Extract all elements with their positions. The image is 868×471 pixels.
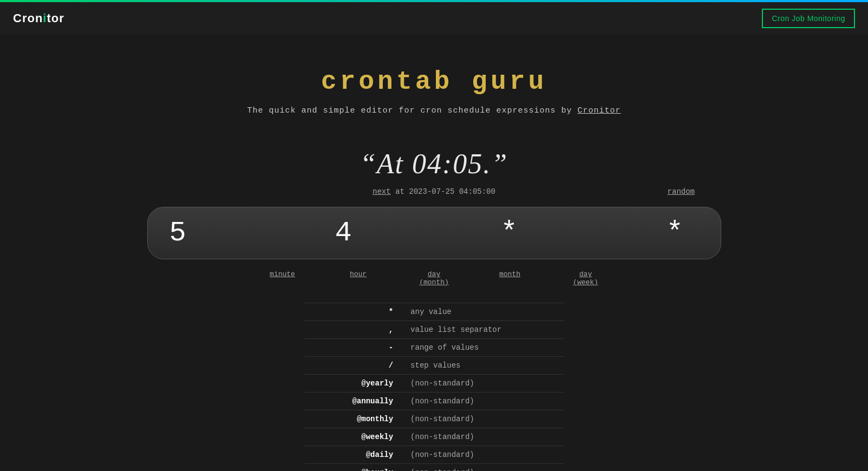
field-label-minute[interactable]: minute [245, 270, 321, 286]
page-title: crontab guru [321, 67, 547, 96]
reference-description: any value [404, 303, 564, 321]
header: Cronitor Cron Job Monitoring [0, 2, 868, 35]
field-labels: minute hour day (month) month day (week) [147, 270, 721, 286]
cron-input[interactable] [169, 217, 699, 249]
random-link[interactable]: random [668, 187, 695, 196]
main-content: crontab guru The quick and simple editor… [0, 35, 868, 471]
reference-symbol: * [304, 303, 404, 321]
reference-symbol: @hourly [304, 464, 404, 472]
next-link[interactable]: next [373, 187, 391, 196]
cron-job-monitoring-button[interactable]: Cron Job Monitoring [762, 9, 855, 28]
reference-symbol: , [304, 321, 404, 339]
expression-result: “At 04:05.” [360, 148, 508, 180]
field-label-hour-text: hour [350, 270, 367, 278]
reference-symbol: @weekly [304, 428, 404, 446]
field-label-day-week[interactable]: day (week) [548, 270, 624, 286]
next-time: at 2023-07-25 04:05:00 [395, 187, 495, 196]
field-label-day-week-text: day [579, 270, 592, 278]
subtitle: The quick and simple editor for cron sch… [247, 106, 621, 115]
reference-row: @hourly(non-standard) [304, 464, 564, 472]
cron-input-container [147, 207, 721, 259]
field-label-hour[interactable]: hour [321, 270, 396, 286]
field-label-month-text: month [499, 270, 520, 278]
reference-row: @annually(non-standard) [304, 392, 564, 410]
reference-description: (non-standard) [404, 446, 564, 464]
reference-symbol: - [304, 339, 404, 357]
reference-symbol: @yearly [304, 375, 404, 392]
reference-row: @yearly(non-standard) [304, 375, 564, 392]
logo: Cronitor [13, 11, 64, 25]
next-execution: next at 2023-07-25 04:05:00 [373, 187, 495, 196]
reference-symbol: @daily [304, 446, 404, 464]
reference-description: (non-standard) [404, 410, 564, 428]
reference-symbol: @annually [304, 392, 404, 410]
field-label-day-sub: (month) [396, 278, 472, 286]
field-label-minute-text: minute [270, 270, 295, 278]
logo-accent: i [43, 11, 47, 25]
reference-row: *any value [304, 303, 564, 321]
subtitle-cronitor-link[interactable]: Cronitor [578, 106, 621, 115]
subtitle-text: The quick and simple editor for cron sch… [247, 106, 572, 115]
reference-description: (non-standard) [404, 428, 564, 446]
reference-row: @monthly(non-standard) [304, 410, 564, 428]
field-label-day-month[interactable]: day (month) [396, 270, 472, 286]
reference-description: (non-standard) [404, 464, 564, 472]
reference-description: (non-standard) [404, 375, 564, 392]
field-label-day-week-sub: (week) [548, 278, 624, 286]
next-execution-container: next at 2023-07-25 04:05:00 random [0, 187, 868, 196]
reference-description: value list separator [404, 321, 564, 339]
reference-row: /step values [304, 357, 564, 375]
reference-symbol: @monthly [304, 410, 404, 428]
reference-table: *any value,value list separator-range of… [304, 303, 564, 471]
reference-row: @daily(non-standard) [304, 446, 564, 464]
reference-row: ,value list separator [304, 321, 564, 339]
reference-symbol: / [304, 357, 404, 375]
field-label-day-text: day [428, 270, 440, 278]
field-label-month[interactable]: month [472, 270, 548, 286]
reference-description: (non-standard) [404, 392, 564, 410]
reference-description: step values [404, 357, 564, 375]
reference-description: range of values [404, 339, 564, 357]
reference-row: @weekly(non-standard) [304, 428, 564, 446]
reference-row: -range of values [304, 339, 564, 357]
